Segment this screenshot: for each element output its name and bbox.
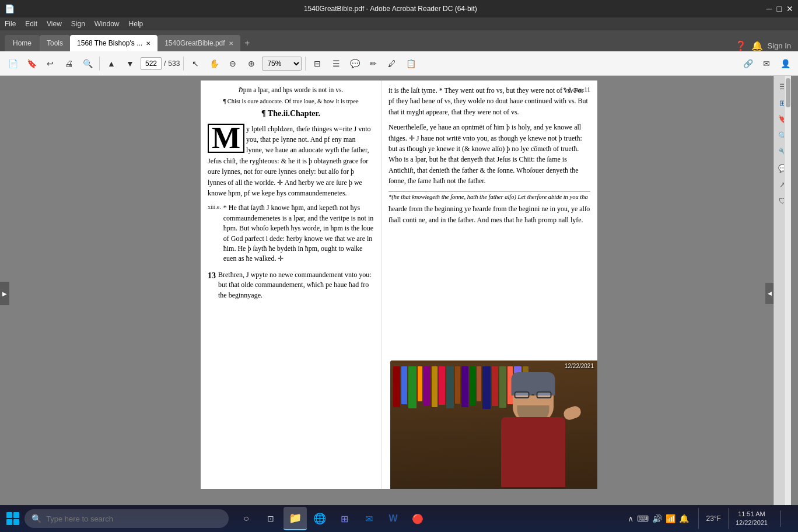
glasses-bridge xyxy=(532,394,534,396)
system-tray-icons: ∧ ⌨ 🔊 📶 🔔 xyxy=(623,514,694,523)
win-logo-bl xyxy=(6,519,12,525)
comment-button[interactable]: 💬 xyxy=(346,55,363,72)
tab-bar: Home Tools 1568 The Bishop's ... ✕ 1540G… xyxy=(0,30,798,51)
select-tool[interactable]: ↖ xyxy=(187,55,204,72)
minimize-button[interactable]: ─ xyxy=(766,4,772,13)
close-button[interactable]: ✕ xyxy=(786,4,793,13)
pdf-left-column: ℏpm a lpar, and hps worde is not in vs. … xyxy=(201,80,382,489)
create-button[interactable]: 📄 xyxy=(5,55,21,72)
bookmark-button[interactable]: 🔖 xyxy=(23,55,40,72)
highlight-button[interactable]: ✏ xyxy=(365,55,382,72)
win-logo-tl xyxy=(6,512,12,518)
menu-file[interactable]: File xyxy=(5,20,16,28)
zoom-out-toolbar[interactable]: 🔍 xyxy=(79,55,96,72)
taskbar-acrobat-icon[interactable]: 🔴 xyxy=(406,507,429,530)
taskbar-mail-icon[interactable]: ✉ xyxy=(357,507,380,530)
draw-button[interactable]: 🖊 xyxy=(384,55,400,72)
temperature-display: 23°F xyxy=(704,514,723,523)
action-center-icon[interactable]: 🔔 xyxy=(679,514,689,523)
win-logo-tr xyxy=(13,512,19,518)
page-number-input[interactable] xyxy=(141,57,162,70)
window-title: 1540GreatBible.pdf - Adobe Acrobat Reade… xyxy=(15,5,766,13)
hand-tool[interactable]: ✋ xyxy=(206,55,222,72)
verse-margin-note: xiii.e. xyxy=(208,203,221,264)
glasses-left xyxy=(514,391,530,398)
menu-window[interactable]: Window xyxy=(94,20,120,28)
print-button[interactable]: 🖨 xyxy=(61,55,77,72)
person-hand xyxy=(562,404,582,421)
keyboard-icon[interactable]: ⌨ xyxy=(637,514,649,523)
layout-button[interactable]: ⊟ xyxy=(309,55,326,72)
new-tab-button[interactable]: + xyxy=(240,35,254,51)
win-logo-br xyxy=(13,519,19,525)
system-tray-chevron[interactable]: ∧ xyxy=(628,514,634,523)
taskbar-teams-icon[interactable]: ⊞ xyxy=(332,507,356,530)
prev-page-button[interactable]: ▲ xyxy=(103,55,120,72)
back-button[interactable]: ↩ xyxy=(42,55,58,72)
page-total: 533 xyxy=(168,60,180,68)
right-sidebar: ☰ ⊞ 🔖 🔍 🔧 💬 ↗ 🛡 xyxy=(774,76,791,511)
tab-tools[interactable]: Tools xyxy=(40,35,70,51)
toolbar-sep-1 xyxy=(99,57,100,71)
menu-view[interactable]: View xyxy=(47,20,62,28)
menu-edit[interactable]: Edit xyxy=(25,20,37,28)
tab-bishop-close[interactable]: ✕ xyxy=(146,40,150,47)
next-page-button[interactable]: ▼ xyxy=(122,55,138,72)
taskbar: 🔍 ○ ⊡ 📁 🌐 ⊞ ✉ W 🔴 ∧ ⌨ 🔊 📶 🔔 23°F 11:51 A… xyxy=(0,505,798,532)
stamp-button[interactable]: 📋 xyxy=(402,55,419,72)
taskbar-word-icon[interactable]: W xyxy=(382,507,405,530)
scroll-button[interactable]: ☰ xyxy=(328,55,344,72)
taskbar-icon-group: ○ ⊡ 📁 🌐 ⊞ ✉ W 🔴 xyxy=(235,507,429,530)
link-button[interactable]: 🔗 xyxy=(740,55,756,72)
window-controls[interactable]: ─ □ ✕ xyxy=(766,4,793,13)
show-desktop-button[interactable] xyxy=(772,507,791,530)
system-clock[interactable]: 11:51 AM 12/22/2021 xyxy=(733,510,770,528)
taskbar-taskview-icon[interactable]: ⊡ xyxy=(259,507,282,530)
mail-button[interactable]: ✉ xyxy=(758,55,775,72)
account-button[interactable]: 👤 xyxy=(777,55,793,72)
main-area: ▶ ℏpm a lpar, and hps worde is not in vs… xyxy=(0,76,798,511)
pdf-verse-13-text: Bretħren, J wpyte no newe commaundement … xyxy=(218,270,374,300)
tab-tools-label: Tools xyxy=(47,39,63,47)
vertical-scrollbar[interactable] xyxy=(784,76,791,511)
book-8 xyxy=(446,366,454,408)
network-icon[interactable]: 📶 xyxy=(666,514,676,523)
zoom-select[interactable]: 50% 75% 100% 125% xyxy=(262,57,302,71)
start-button[interactable] xyxy=(2,508,23,529)
taskbar-search-input[interactable] xyxy=(46,514,222,523)
tab-bishop[interactable]: 1568 The Bishop's ... ✕ xyxy=(70,35,158,51)
taskbar-cortana-icon[interactable]: ○ xyxy=(235,507,258,530)
tab-home[interactable]: Home xyxy=(5,35,40,51)
person-shirt xyxy=(501,417,565,487)
scroll-thumb[interactable] xyxy=(786,78,790,107)
menu-help[interactable]: Help xyxy=(129,20,144,28)
pdf-chapter-heading: ¶ Tħe.ii.Cħapter. xyxy=(208,108,374,120)
pdf-heading-1: ¶ Cħist is oure aduocate. Of true loue, … xyxy=(208,97,374,106)
taskbar-explorer-icon[interactable]: 📁 xyxy=(284,507,307,530)
tab-greatbible-close[interactable]: ✕ xyxy=(229,40,233,47)
notification-icon[interactable]: 🔔 xyxy=(751,40,763,51)
taskbar-edge-icon[interactable]: 🌐 xyxy=(308,507,331,530)
title-bar: 📄 1540GreatBible.pdf - Adobe Acrobat Rea… xyxy=(0,0,798,18)
taskbar-search[interactable]: 🔍 xyxy=(24,509,229,528)
taskbar-right: ∧ ⌨ 🔊 📶 🔔 23°F 11:51 AM 12/22/2021 xyxy=(623,507,796,530)
pdf-page: ℏpm a lpar, and hps worde is not in vs. … xyxy=(201,80,597,489)
signin-button[interactable]: Sign In xyxy=(768,41,791,50)
zoom-in-button[interactable]: ⊕ xyxy=(243,55,260,72)
pdf-verse-block: M y lptell cħpldzen, tħeſe tħinges w=rit… xyxy=(208,124,374,199)
book-9 xyxy=(455,366,460,404)
speaker-icon[interactable]: 🔊 xyxy=(652,514,662,523)
help-icon[interactable]: ❓ xyxy=(735,40,747,51)
right-panel-toggle[interactable]: ◀ xyxy=(765,283,774,304)
zoom-out-button[interactable]: ⊖ xyxy=(225,55,241,72)
toolbar-sep-2 xyxy=(183,57,184,71)
menu-sign[interactable]: Sign xyxy=(71,20,85,28)
maximize-button[interactable]: □ xyxy=(777,4,782,13)
clock-time: 11:51 AM xyxy=(736,510,768,519)
taskbar-sep xyxy=(698,508,699,529)
left-panel-toggle[interactable]: ▶ xyxy=(0,282,9,305)
tab-greatbible[interactable]: 1540GreatBible.pdf ✕ xyxy=(158,35,240,51)
pdf-right-para-2: Neuertħeleſſe, ye haue an opntmēt of ħim… xyxy=(388,123,582,185)
toolbar: 📄 🔖 ↩ 🖨 🔍 ▲ ▼ / 533 ↖ ✋ ⊖ ⊕ 50% 75% 100%… xyxy=(0,51,798,76)
person-figure xyxy=(481,375,586,489)
